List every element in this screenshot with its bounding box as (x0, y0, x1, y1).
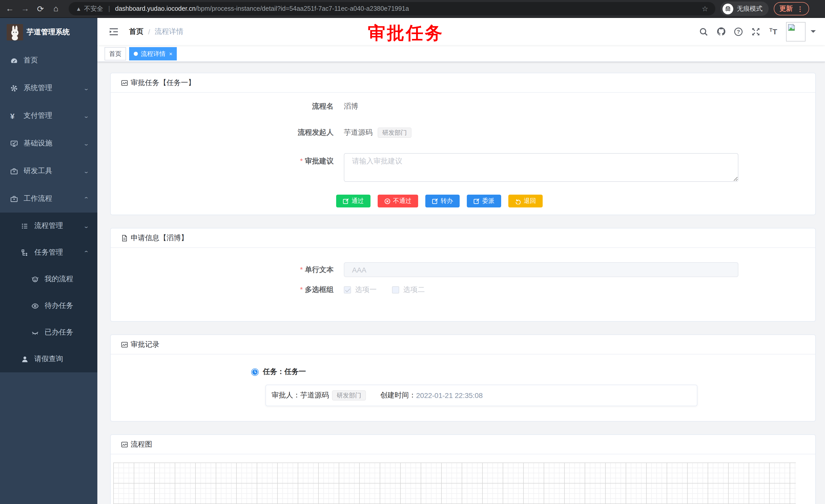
timeline-task-row: 任务：任务一 (251, 367, 805, 376)
checkbox-option2[interactable] (392, 286, 399, 293)
single-text-row: 单行文本 (121, 262, 805, 277)
suggest-textarea[interactable] (344, 153, 738, 182)
dept-tag: 研发部门 (378, 128, 411, 138)
sidebar-item-label: 研发工具 (23, 166, 52, 176)
reject-button[interactable]: 不通过 (378, 195, 418, 207)
sidebar-item-label: 基础设施 (23, 139, 52, 148)
sidebar-item-label: 我的流程 (45, 274, 73, 284)
return-button[interactable]: 退回 (508, 195, 543, 207)
search-icon[interactable] (695, 27, 712, 36)
sidebar-item-task-mgmt[interactable]: 任务管理 ⌃ (0, 239, 97, 266)
user-icon (21, 355, 29, 363)
sidebar-item-infra[interactable]: 基础设施 ⌄ (0, 130, 97, 157)
approval-records-card: 审批记录 任务：任务一 审批人：芋道源码 研发部门 创建时间： 2022-01 (110, 334, 816, 422)
sidebar-item-done-tasks[interactable]: 已办任务 (0, 319, 97, 346)
bpmn-canvas[interactable] (113, 463, 796, 504)
dashboard-icon (10, 57, 18, 64)
transfer-button[interactable]: 转办 (425, 195, 460, 207)
list-icon (21, 222, 29, 230)
sidebar-item-leave-query[interactable]: 请假查询 (0, 346, 97, 372)
sidebar-item-payment[interactable]: ¥ 支付管理 ⌄ (0, 102, 97, 130)
top-navbar: 首页 / 流程详情 ? T (97, 18, 825, 45)
picture-icon (121, 441, 128, 448)
tab-close-icon[interactable]: × (169, 51, 172, 57)
sidebar-item-system[interactable]: 系统管理 ⌄ (0, 74, 97, 102)
sidebar-item-label: 已办任务 (45, 328, 73, 337)
sidebar-item-workflow[interactable]: 工作流程 ⌃ (0, 185, 97, 213)
card-title: 申请信息【滔博】 (131, 233, 188, 243)
tab-home[interactable]: 首页 (104, 47, 126, 61)
sidebar-item-devtools[interactable]: 研发工具 ⌄ (0, 157, 97, 185)
browser-forward-icon[interactable]: → (17, 4, 33, 13)
sidebar-item-process-mgmt[interactable]: 流程管理 ⌄ (0, 213, 97, 239)
breadcrumb: 首页 / 流程详情 (129, 27, 183, 36)
checkbox-group-label: 多选框组 (121, 285, 344, 295)
card-title: 审批记录 (131, 340, 159, 349)
incognito-badge: 无痕模式 (721, 2, 769, 16)
process-name-row: 流程名 滔博 (121, 102, 805, 111)
delegate-button[interactable]: 委派 (467, 195, 501, 207)
incognito-label: 无痕模式 (737, 4, 762, 13)
process-starter-row: 流程发起人 芋道源码 研发部门 (121, 128, 805, 138)
sidebar-item-todo-tasks[interactable]: 待办任务 (0, 292, 97, 319)
tab-process-detail[interactable]: 流程详情 × (129, 47, 177, 61)
approve-button[interactable]: 通过 (336, 195, 371, 207)
picture-icon (121, 341, 128, 348)
approver-value: 芋道源码 (300, 391, 329, 400)
sidebar-toggle-icon[interactable] (109, 27, 119, 35)
process-diagram-card-header: 流程图 (111, 435, 815, 454)
browser-chrome: ← → ⟳ ⌂ ▲ 不安全 | dashboard.yudao.iocoder.… (0, 0, 825, 18)
help-icon[interactable]: ? (730, 27, 747, 36)
avatar-caret-icon[interactable] (811, 30, 816, 35)
browser-home-icon[interactable]: ⌂ (48, 4, 64, 13)
dept-tag: 研发部门 (332, 390, 366, 401)
approver-label: 审批人： (272, 391, 300, 400)
sidebar: 芋道管理系统 首页 系统管理 ⌄ ¥ 支付管理 ⌄ (0, 18, 97, 504)
url-bar[interactable]: ▲ 不安全 | dashboard.yudao.iocoder.cn/bpm/p… (69, 2, 715, 15)
url-path: /bpm/process-instance/detail?id=54aa251f… (196, 5, 409, 12)
created-value: 2022-01-21 22:35:08 (416, 391, 483, 400)
svg-text:?: ? (737, 29, 740, 34)
sidebar-item-my-process[interactable]: 我的流程 (0, 266, 97, 292)
update-label[interactable]: 更新 (779, 4, 793, 13)
process-diagram-card: 流程图 (110, 434, 816, 504)
checkbox-option1-label: 选项一 (355, 285, 377, 295)
browser-reload-icon[interactable]: ⟳ (33, 4, 48, 14)
tree-icon (21, 249, 29, 256)
sidebar-logo[interactable]: 芋道管理系统 (0, 18, 97, 47)
chevron-up-icon: ⌃ (83, 196, 89, 201)
task-title: 任务：任务一 (263, 367, 306, 376)
incognito-icon (723, 3, 733, 14)
gear-icon (10, 84, 18, 92)
app-title: 芋道管理系统 (27, 28, 70, 37)
github-icon[interactable] (712, 27, 730, 36)
chevron-up-icon: ⌃ (83, 250, 89, 255)
workflow-submenu: 流程管理 ⌄ 任务管理 ⌃ 我的流程 (0, 213, 97, 372)
single-text-input[interactable] (344, 262, 738, 277)
sidebar-item-label: 请假查询 (34, 354, 63, 364)
people-icon (31, 275, 39, 283)
url-host: dashboard.yudao.iocoder.cn (115, 5, 196, 12)
breadcrumb-separator: / (148, 27, 150, 35)
bookmark-star-icon[interactable]: ☆ (702, 5, 708, 13)
breadcrumb-current: 流程详情 (155, 27, 183, 36)
sidebar-item-home[interactable]: 首页 (0, 47, 97, 74)
sidebar-item-label: 待办任务 (45, 301, 73, 310)
browser-update-button[interactable]: 更新 ⋮ (774, 2, 809, 15)
browser-menu-icon[interactable]: ⋮ (797, 5, 804, 12)
apply-info-card-header: 申请信息【滔博】 (111, 229, 815, 248)
content-area: 审批任务【任务一】 流程名 滔博 流程发起人 芋道源码 研发部门 (97, 62, 825, 504)
font-size-icon[interactable]: TT (764, 27, 782, 36)
chevron-down-icon: ⌄ (83, 223, 89, 229)
process-starter-value: 芋道源码 (344, 128, 373, 137)
chevron-down-icon: ⌄ (83, 141, 89, 146)
avatar[interactable] (786, 22, 806, 41)
breadcrumb-home[interactable]: 首页 (129, 27, 144, 36)
tags-view-bar: 首页 流程详情 × (97, 45, 825, 62)
created-label: 创建时间： (380, 391, 416, 400)
checkbox-option1[interactable] (344, 286, 351, 293)
fullscreen-icon[interactable] (747, 27, 764, 36)
approval-record-item: 审批人：芋道源码 研发部门 创建时间： 2022-01-21 22:35:08 (266, 385, 697, 406)
browser-back-icon[interactable]: ← (2, 4, 17, 13)
url-separator: | (108, 5, 110, 12)
